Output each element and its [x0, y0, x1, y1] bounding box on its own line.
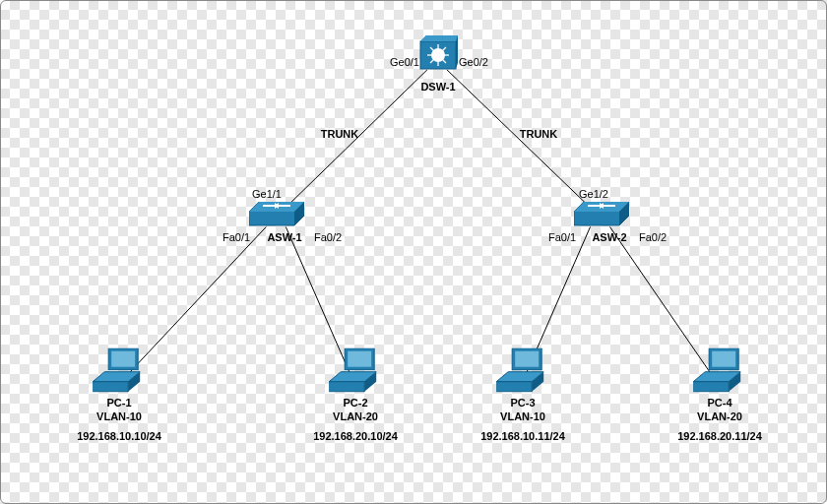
trunk-left-label: TRUNK	[321, 128, 359, 140]
pc2-name: PC-2	[343, 397, 367, 409]
node-dsw1: DSW-1	[418, 35, 458, 93]
pc-icon	[496, 348, 549, 394]
pc3-ip: 192.168.10.11/24	[480, 429, 565, 441]
asw2-label: ASW-2	[592, 231, 626, 243]
node-pc4: PC-4 VLAN-20 192.168.20.11/24	[677, 348, 762, 442]
pc1-name: PC-1	[106, 397, 131, 409]
node-pc2: PC-2 VLAN-20 192.168.20.10/24	[313, 348, 398, 442]
pc3-name: PC-3	[510, 397, 535, 409]
diagram-canvas: DSW-1 Ge0/1 Ge0/2 TRUNK TRUNK Ge1/1 Fa0/…	[0, 0, 827, 504]
switch-icon	[249, 202, 304, 227]
pc1-vlan: VLAN-10	[96, 410, 142, 422]
asw2-port-ge12: Ge1/2	[579, 188, 608, 200]
asw2-port-fa02: Fa0/2	[639, 231, 667, 243]
asw1-port-ge11: Ge1/1	[252, 188, 282, 200]
asw1-label: ASW-1	[267, 231, 301, 243]
asw1-port-fa02: Fa0/2	[314, 231, 342, 243]
pc2-ip: 192.168.20.10/24	[313, 429, 398, 441]
svg-marker-8	[420, 35, 458, 41]
pc3-vlan: VLAN-10	[500, 410, 545, 422]
svg-rect-25	[111, 351, 135, 367]
svg-rect-27	[93, 382, 128, 392]
multilayer-switch-icon	[418, 35, 458, 75]
pc1-ip: 192.168.10.10/24	[77, 429, 161, 441]
asw1-port-fa01: Fa0/1	[223, 231, 250, 243]
dsw1-port-ge02: Ge0/2	[459, 56, 488, 68]
asw2-port-fa01: Fa0/1	[548, 231, 576, 243]
svg-rect-30	[348, 351, 371, 367]
pc4-ip: 192.168.20.11/24	[677, 429, 762, 441]
pc2-vlan: VLAN-20	[333, 410, 378, 422]
svg-rect-37	[496, 382, 532, 392]
svg-line-0	[276, 70, 427, 218]
switch-icon	[574, 202, 629, 227]
node-asw1	[249, 202, 304, 229]
svg-rect-32	[329, 382, 364, 392]
pc-icon	[93, 348, 146, 394]
trunk-right-label: TRUNK	[520, 128, 558, 140]
dsw1-label: DSW-1	[418, 81, 458, 93]
svg-line-1	[447, 70, 601, 218]
node-asw2	[574, 202, 629, 229]
svg-rect-35	[515, 351, 539, 367]
dsw1-port-ge01: Ge0/1	[390, 56, 419, 68]
pc4-vlan: VLAN-20	[697, 410, 742, 422]
pc-icon	[329, 348, 382, 394]
node-pc3: PC-3 VLAN-10 192.168.10.11/24	[480, 348, 565, 442]
svg-rect-40	[712, 351, 735, 367]
node-pc1: PC-1 VLAN-10 192.168.10.10/24	[77, 348, 161, 442]
pc-icon	[693, 348, 746, 394]
pc4-name: PC-4	[707, 397, 732, 409]
svg-rect-42	[693, 382, 729, 392]
